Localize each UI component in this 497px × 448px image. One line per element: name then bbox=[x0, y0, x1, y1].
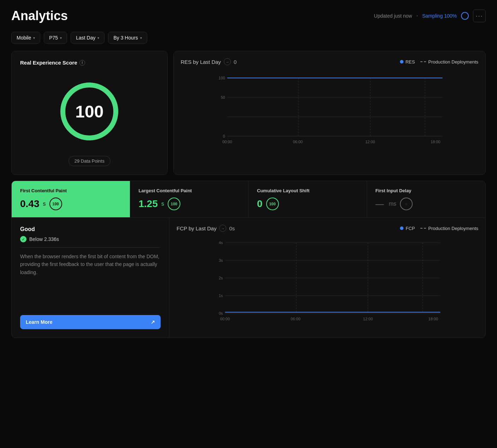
res-legend-dot bbox=[400, 60, 403, 63]
external-link-icon: ↗ bbox=[151, 319, 155, 325]
svg-text:06:00: 06:00 bbox=[293, 140, 303, 144]
metric-fcp[interactable]: First Contentful Paint 0.43 s 100 bbox=[12, 181, 130, 217]
fcp-chart-legend: FCP Production Deployments bbox=[400, 226, 478, 231]
metric-lcp[interactable]: Largest Contentful Paint 1.25 s 100 bbox=[130, 181, 249, 217]
data-points-badge: 29 Data Points bbox=[20, 156, 159, 166]
main-top-grid: Real Experience Score i 100 29 Data Poin… bbox=[0, 51, 497, 181]
deployments-legend-item: Production Deployments bbox=[420, 59, 478, 65]
separator: · bbox=[416, 13, 418, 19]
score-circle-container: 100 bbox=[20, 80, 159, 143]
info-icon[interactable]: i bbox=[79, 60, 85, 66]
svg-text:3s: 3s bbox=[219, 258, 223, 262]
metric-lcp-value: 1.25 bbox=[139, 198, 158, 210]
svg-text:0s: 0s bbox=[219, 311, 223, 315]
metric-cls-bottom: 0 100 bbox=[257, 198, 358, 210]
filters-bar: Mobile ▾ P75 ▾ Last Day ▾ By 3 Hours ▾ bbox=[0, 29, 497, 51]
bottom-grid: Good ✓ Below 2.336s When the browser ren… bbox=[11, 218, 486, 338]
timerange-filter[interactable]: Last Day ▾ bbox=[71, 32, 104, 44]
metric-lcp-name: Largest Contentful Paint bbox=[139, 188, 240, 193]
svg-text:4s: 4s bbox=[219, 241, 223, 245]
score-circle: 100 bbox=[58, 80, 121, 143]
metrics-row: First Contentful Paint 0.43 s 100 Larges… bbox=[11, 181, 486, 218]
metric-fid-bottom: — ms ○ bbox=[376, 198, 477, 210]
metric-fcp-name: First Contentful Paint bbox=[20, 188, 121, 193]
fcp-chart-svg: 4s 3s 2s 1s 0s 00:00 06:00 12:00 18:00 bbox=[176, 237, 478, 329]
metric-fcp-score: 100 bbox=[49, 198, 62, 210]
res-chart-title: RES by Last Day bbox=[181, 59, 221, 65]
groupby-filter[interactable]: By 3 Hours ▾ bbox=[108, 32, 147, 44]
res-chart-svg: 100 50 0 00:00 06:00 12:00 18:00 bbox=[181, 71, 478, 149]
ellipsis-icon: ··· bbox=[475, 12, 483, 20]
fcp-chart-title: FCP by Last Day bbox=[176, 225, 216, 231]
metric-fid-unit: ms bbox=[389, 201, 396, 207]
svg-text:00:00: 00:00 bbox=[220, 317, 230, 321]
good-card: Good ✓ Below 2.336s When the browser ren… bbox=[12, 218, 169, 338]
fcp-chart-header-left: FCP by Last Day → 0s bbox=[176, 225, 235, 232]
svg-text:06:00: 06:00 bbox=[291, 317, 301, 321]
svg-text:18:00: 18:00 bbox=[431, 140, 441, 144]
chevron-down-icon: ▾ bbox=[97, 36, 99, 40]
deployments-legend-dash bbox=[420, 61, 426, 62]
fcp-deployments-legend-item: Production Deployments bbox=[420, 226, 478, 231]
res-chart-header-left: RES by Last Day → 0 bbox=[181, 58, 237, 65]
metric-cls-value: 0 bbox=[257, 198, 263, 210]
score-value: 100 bbox=[75, 102, 103, 121]
good-description: When the browser renders the first bit o… bbox=[20, 253, 161, 308]
good-below: ✓ Below 2.336s bbox=[20, 236, 161, 248]
fcp-deployments-legend-dash bbox=[420, 228, 426, 229]
platform-filter[interactable]: Mobile ▾ bbox=[11, 32, 40, 44]
header-right: Updated just now · Sampling 100% ··· bbox=[374, 10, 486, 22]
page-header: Analytics Updated just now · Sampling 10… bbox=[0, 0, 497, 29]
fcp-chart-value: 0s bbox=[229, 225, 235, 231]
metric-fid-dash: — bbox=[376, 199, 384, 209]
fcp-legend-dot bbox=[400, 226, 403, 230]
res-score-card: Real Experience Score i 100 29 Data Poin… bbox=[11, 51, 168, 175]
metric-lcp-score: 100 bbox=[168, 198, 180, 210]
fcp-chart-arrow-icon[interactable]: → bbox=[219, 225, 226, 232]
sampling-circle-icon bbox=[461, 12, 469, 20]
metric-cls-score: 100 bbox=[266, 198, 279, 210]
metric-fcp-value: 0.43 bbox=[20, 198, 40, 210]
groupby-value: By 3 Hours bbox=[113, 35, 138, 41]
svg-text:18:00: 18:00 bbox=[429, 317, 438, 321]
check-icon: ✓ bbox=[20, 236, 26, 242]
svg-text:100: 100 bbox=[218, 76, 225, 80]
metric-lcp-unit: s bbox=[161, 201, 164, 207]
svg-text:50: 50 bbox=[221, 95, 225, 99]
percentile-value: P75 bbox=[49, 35, 58, 41]
svg-text:12:00: 12:00 bbox=[365, 140, 375, 144]
res-legend-item: RES bbox=[400, 59, 415, 65]
metric-fcp-unit: s bbox=[43, 201, 46, 207]
menu-button[interactable]: ··· bbox=[473, 10, 486, 22]
res-card-title: Real Experience Score i bbox=[20, 60, 85, 66]
page-title: Analytics bbox=[11, 8, 68, 23]
percentile-filter[interactable]: P75 ▾ bbox=[44, 32, 67, 44]
res-chart-header: RES by Last Day → 0 RES Production Deplo… bbox=[181, 58, 478, 65]
res-chart-legend: RES Production Deployments bbox=[400, 59, 478, 65]
update-status: Updated just now bbox=[374, 13, 412, 19]
metric-fid[interactable]: First Input Delay — ms ○ bbox=[367, 181, 486, 217]
fcp-chart-area: 4s 3s 2s 1s 0s 00:00 06:00 12:00 18:00 bbox=[176, 237, 478, 331]
svg-text:12:00: 12:00 bbox=[363, 317, 373, 321]
chevron-down-icon: ▾ bbox=[33, 36, 35, 40]
res-chart-value: 0 bbox=[234, 59, 236, 65]
svg-text:00:00: 00:00 bbox=[222, 140, 232, 144]
metric-cls-name: Cumulative Layout Shift bbox=[257, 188, 358, 193]
fcp-legend-item: FCP bbox=[400, 226, 415, 231]
learn-more-button[interactable]: Learn More ↗ bbox=[20, 315, 161, 329]
sampling-label[interactable]: Sampling 100% bbox=[422, 13, 457, 19]
res-chart-card: RES by Last Day → 0 RES Production Deplo… bbox=[173, 51, 486, 175]
metric-fid-name: First Input Delay bbox=[376, 188, 477, 193]
svg-text:2s: 2s bbox=[219, 276, 223, 280]
metric-cls[interactable]: Cumulative Layout Shift 0 100 bbox=[248, 181, 367, 217]
chevron-down-icon: ▾ bbox=[140, 36, 142, 40]
chart-arrow-icon[interactable]: → bbox=[224, 58, 231, 65]
metric-fcp-bottom: 0.43 s 100 bbox=[20, 198, 121, 210]
metric-lcp-bottom: 1.25 s 100 bbox=[139, 198, 240, 210]
svg-text:0: 0 bbox=[223, 134, 225, 138]
svg-text:1s: 1s bbox=[219, 293, 223, 298]
fcp-chart-card: FCP by Last Day → 0s FCP Production Depl… bbox=[169, 218, 485, 338]
res-chart-area: 100 50 0 00:00 06:00 12:00 18:00 bbox=[181, 71, 478, 168]
fcp-chart-header: FCP by Last Day → 0s FCP Production Depl… bbox=[176, 225, 478, 232]
chevron-down-icon: ▾ bbox=[60, 36, 62, 40]
